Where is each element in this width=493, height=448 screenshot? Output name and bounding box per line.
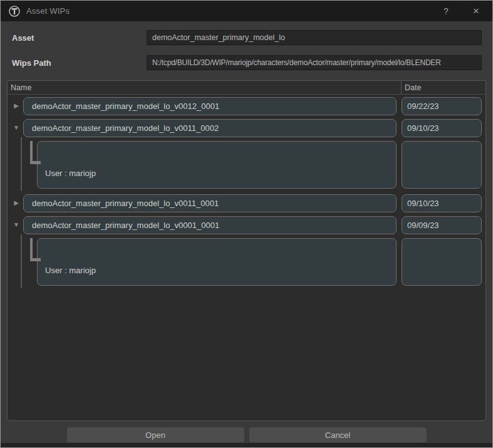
wip-date-label: 09/10/23 [407,123,439,133]
wip-detail-date-cell [402,141,482,189]
wip-date-cell[interactable]: 09/10/23 [402,119,482,137]
expand-arrow-icon[interactable]: ▶ [11,102,21,110]
wip-date-label: 09/22/23 [407,102,439,111]
table-row: ▶ demoActor_master_primary_model_lo_v001… [8,97,485,115]
wip-date-label: 09/10/23 [407,199,439,208]
tree-body: ▶ demoActor_master_primary_model_lo_v001… [8,95,485,286]
wip-detail-date-cell [402,238,482,286]
column-header-date[interactable]: Date [402,83,485,92]
detail-user-line: User : mariojp [45,265,388,276]
wip-tree: Name Date ▶ demoActor_master_primary_mod… [7,80,486,421]
wip-detail-box: User : mariojp Date : 09/10/23 . [37,141,397,189]
wip-detail-row: User : mariojp Date : 09/09/23 Testing a… [8,238,485,286]
tree-branch-line [21,234,22,288]
table-row: ▼ demoActor_master_primary_model_lo_v000… [8,216,485,234]
wip-date-label: 09/09/23 [407,221,439,230]
wip-date-cell[interactable]: 09/10/23 [402,194,482,212]
asset-form-row: Asset [7,30,482,45]
collapse-arrow-icon[interactable]: ▼ [11,221,21,229]
asset-input[interactable] [147,30,482,45]
close-icon[interactable]: × [469,7,484,16]
wip-name-label: demoActor_master_primary_model_lo_v0012_… [32,102,219,111]
wip-detail-row: User : mariojp Date : 09/10/23 . [8,141,485,189]
column-header-name[interactable]: Name [8,83,401,92]
table-row: ▼ demoActor_master_primary_model_lo_v001… [8,119,485,137]
wips-path-label: Wips Path [7,58,147,68]
cancel-button[interactable]: Cancel [249,427,427,442]
table-row: ▶ demoActor_master_primary_model_lo_v001… [8,194,485,212]
wip-date-cell[interactable]: 09/09/23 [402,216,482,234]
wip-date-cell[interactable]: 09/22/23 [402,97,482,115]
expand-arrow-icon[interactable]: ▶ [11,199,21,207]
window-title: Asset WIPs [26,6,70,16]
asset-label: Asset [7,33,147,43]
tree-header: Name Date [8,81,485,95]
tree-elbow-icon [30,258,41,261]
app-logo-icon [8,5,21,18]
open-button[interactable]: Open [67,427,244,442]
collapse-arrow-icon[interactable]: ▼ [11,123,21,132]
wip-name-item[interactable]: demoActor_master_primary_model_lo_v0012_… [23,97,397,115]
wip-name-label: demoActor_master_primary_model_lo_v0011_… [32,199,219,208]
detail-user-line: User : mariojp [45,168,388,179]
window-bottom-edge [1,443,492,447]
asset-wips-dialog: Asset WIPs ? × Asset Wips Path Name Date… [0,0,493,448]
footer: Open Cancel [1,427,492,442]
wip-detail-box: User : mariojp Date : 09/09/23 Testing a… [37,238,397,286]
wips-path-input[interactable] [147,55,482,70]
wips-path-form-row: Wips Path [7,55,482,70]
tree-branch-line [21,137,22,191]
help-button[interactable]: ? [439,6,454,16]
wip-name-item[interactable]: demoActor_master_primary_model_lo_v0011_… [23,119,397,137]
tree-elbow-icon [30,161,41,164]
wip-name-item[interactable]: demoActor_master_primary_model_lo_v0011_… [23,194,397,212]
wip-name-label: demoActor_master_primary_model_lo_v0001_… [32,221,219,230]
wip-name-item[interactable]: demoActor_master_primary_model_lo_v0001_… [23,216,397,234]
titlebar[interactable]: Asset WIPs ? × [1,1,492,21]
wip-name-label: demoActor_master_primary_model_lo_v0011_… [32,123,219,133]
